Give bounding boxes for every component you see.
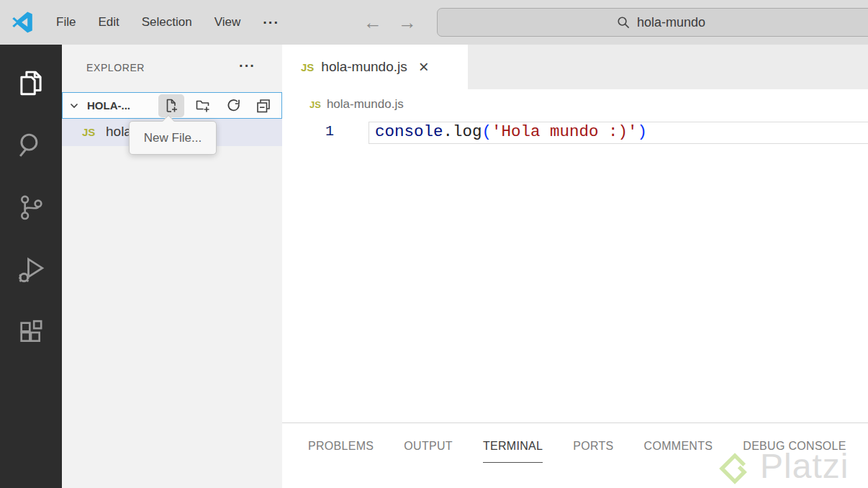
tab-hola-mundo[interactable]: JS hola-mundo.js × <box>282 45 468 89</box>
js-file-icon: JS <box>301 61 314 73</box>
sidebar-header: EXPLORER ··· <box>62 45 282 91</box>
breadcrumb[interactable]: JS hola-mundo.js <box>282 89 868 119</box>
run-debug-icon[interactable] <box>0 247 62 293</box>
code-token: 'Hola mundo :)' <box>492 122 638 141</box>
new-file-icon <box>163 97 180 114</box>
folder-section-label: HOLA-... <box>87 99 130 112</box>
explorer-sidebar: EXPLORER ··· HOLA-... <box>62 45 282 488</box>
panel-tab-ports[interactable]: PORTS <box>573 440 613 463</box>
refresh-icon <box>225 97 243 114</box>
collapse-all-button[interactable] <box>250 94 276 117</box>
panel-tab-problems[interactable]: PROBLEMS <box>308 440 374 463</box>
vscode-logo-icon <box>12 12 33 33</box>
search-value: hola-mundo <box>637 15 705 30</box>
menu-item-view[interactable]: View <box>214 15 241 30</box>
bottom-panel: PROBLEMSOUTPUTTERMINALPORTSCOMMENTSDEBUG… <box>282 423 868 488</box>
refresh-button[interactable] <box>221 94 247 117</box>
forward-arrow-icon[interactable]: → <box>398 0 417 45</box>
tab-label: hola-mundo.js <box>321 59 407 75</box>
new-folder-icon <box>194 97 212 114</box>
panel-tab-output[interactable]: OUTPUT <box>404 440 453 463</box>
menu-item-edit[interactable]: Edit <box>98 15 119 30</box>
extensions-icon[interactable] <box>0 309 62 356</box>
new-folder-button[interactable] <box>190 94 216 117</box>
command-center-search[interactable]: hola-mundo <box>437 8 868 37</box>
folder-section-header[interactable]: HOLA-... <box>62 92 282 119</box>
menu-more-icon[interactable]: ··· <box>263 14 279 31</box>
editor-tab-bar: JS hola-mundo.js × <box>282 45 868 89</box>
search-icon <box>616 15 631 30</box>
title-bar: FileEditSelectionView··· ← → hola-mundo <box>0 0 868 45</box>
code-token: ( <box>482 122 492 141</box>
panel-tab-comments[interactable]: COMMENTS <box>644 440 713 463</box>
collapse-all-icon <box>255 97 272 114</box>
panel-tab-bar: PROBLEMSOUTPUTTERMINALPORTSCOMMENTSDEBUG… <box>282 423 868 463</box>
new-file-button[interactable] <box>158 94 184 117</box>
files-icon[interactable] <box>0 60 62 106</box>
breadcrumb-label: hola-mundo.js <box>327 97 404 112</box>
source-control-icon[interactable] <box>0 184 62 230</box>
close-tab-icon[interactable]: × <box>419 58 429 76</box>
line-number: 1 <box>288 123 334 140</box>
vscode-window: FileEditSelectionView··· ← → hola-mundo <box>0 0 868 488</box>
search-sidebar-icon[interactable] <box>0 122 62 168</box>
code-line: console.log('Hola mundo :)') <box>375 122 647 141</box>
panel-tab-debug-console[interactable]: DEBUG CONSOLE <box>743 440 846 463</box>
code-token: ) <box>638 122 648 141</box>
sidebar-title: EXPLORER <box>86 62 145 73</box>
code-token: console <box>375 122 443 141</box>
chevron-down-icon <box>68 100 80 112</box>
js-file-icon: JS <box>82 126 95 138</box>
menu-bar: FileEditSelectionView··· <box>56 0 279 45</box>
js-file-icon: JS <box>309 99 321 110</box>
sidebar-more-actions-icon[interactable]: ··· <box>239 58 256 74</box>
code-editor[interactable]: 1 console.log('Hola mundo :)') <box>282 119 868 422</box>
new-file-tooltip: New File... <box>129 121 217 155</box>
back-arrow-icon[interactable]: ← <box>363 0 382 45</box>
menu-item-selection[interactable]: Selection <box>142 15 192 30</box>
menu-item-file[interactable]: File <box>56 15 76 30</box>
tooltip-text: New File... <box>144 131 202 145</box>
activity-bar <box>0 45 62 488</box>
panel-tab-terminal[interactable]: TERMINAL <box>483 440 543 463</box>
code-token: .log <box>443 122 482 141</box>
